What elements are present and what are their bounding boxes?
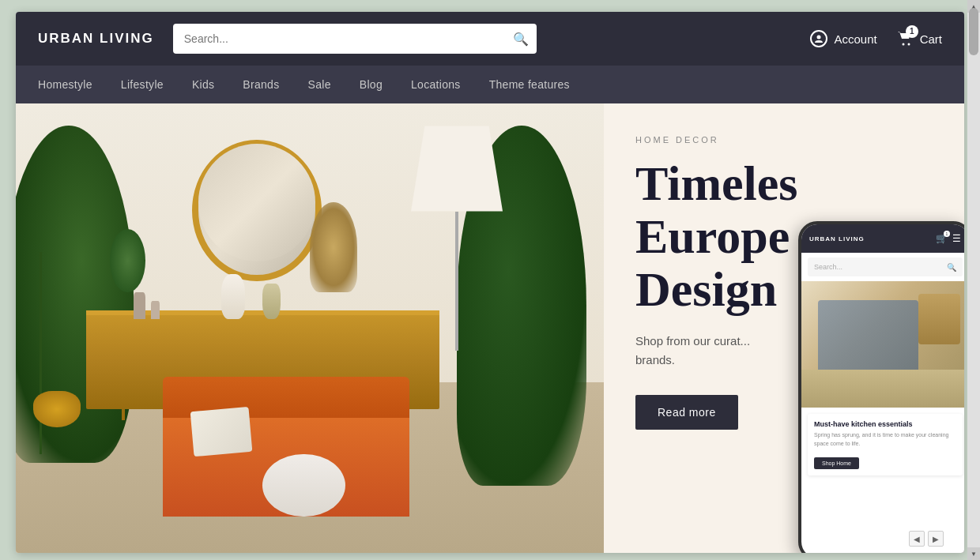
candle-2 <box>151 301 160 319</box>
sidebar-item-blog[interactable]: Blog <box>360 75 383 94</box>
coffee-machine <box>818 300 918 376</box>
pampas-grass <box>310 202 357 292</box>
nav-right: Account 1 Cart <box>810 30 942 48</box>
cart-count-badge: 1 <box>906 25 918 38</box>
golden-vase <box>33 391 81 427</box>
sidebar-item-sale[interactable]: Sale <box>308 75 331 94</box>
hero-image-left <box>16 103 604 553</box>
phone-cart-badge: 1 <box>944 231 950 237</box>
mirror-reflection <box>198 144 316 261</box>
scrollbar-track[interactable]: ▲ ▼ <box>967 0 980 560</box>
hero-subtitle: Shop from our curat...brands. <box>635 332 809 370</box>
svg-point-0 <box>817 36 821 39</box>
phone-hero-image <box>801 281 964 408</box>
cart-label: Cart <box>920 32 942 46</box>
hanging-plant <box>110 229 145 292</box>
sidebar-item-locations[interactable]: Locations <box>411 75 461 94</box>
phone-screen: URBAN LIVING 🛒 1 ☰ Search... 🔍 <box>801 224 964 553</box>
navbar: URBAN LIVING 🔍 Account <box>16 12 964 66</box>
hero-next-arrow[interactable]: ▶ <box>928 531 944 547</box>
phone-navbar: URBAN LIVING 🛒 1 ☰ <box>801 224 964 253</box>
phone-card-text: Spring has sprung, and it is time to mak… <box>814 431 956 448</box>
hero-eyebrow-label: HOME DECOR <box>635 135 936 145</box>
account-button[interactable]: Account <box>810 30 876 47</box>
browser-window: URBAN LIVING 🔍 Account <box>16 12 964 553</box>
phone-mockup: URBAN LIVING 🛒 1 ☰ Search... 🔍 <box>798 221 964 553</box>
subnav: Homestyle Lifestyle Kids Brands Sale Blo… <box>16 66 964 103</box>
hero-title-line3: Design <box>635 262 777 316</box>
sidebar-item-homestyle[interactable]: Homestyle <box>38 75 92 94</box>
phone-search-bar: Search... 🔍 <box>808 257 963 276</box>
sideboard-leg-left <box>122 409 125 420</box>
svg-point-2 <box>907 43 910 45</box>
cart-icon-wrap: 1 <box>896 30 914 48</box>
phone-hero-card: Must-have kitchen essentials Spring has … <box>808 414 963 475</box>
candle-1 <box>134 292 145 319</box>
phone-kitchen-bg <box>801 281 964 408</box>
phone-search-text: Search... <box>814 263 842 271</box>
phone-cart-icon: 🛒 1 <box>936 233 948 244</box>
hero-prev-arrow[interactable]: ◀ <box>909 531 925 547</box>
hero-right: HOME DECOR Timeles Europe Design Shop fr… <box>604 103 964 553</box>
read-more-button[interactable]: Read more <box>635 395 738 430</box>
svg-point-1 <box>902 43 904 45</box>
sidebar-item-brands[interactable]: Brands <box>243 75 279 94</box>
sofa-pillow <box>190 407 253 457</box>
lamp-shade <box>411 126 503 211</box>
ottoman <box>262 454 345 517</box>
account-icon <box>810 30 827 47</box>
vase-gold <box>262 284 280 320</box>
search-bar: 🔍 <box>173 24 537 54</box>
phone-logo: URBAN LIVING <box>809 235 865 242</box>
account-label: Account <box>834 32 876 46</box>
hero-section: HOME DECOR Timeles Europe Design Shop fr… <box>16 103 964 553</box>
phone-search-icon: 🔍 <box>947 263 956 272</box>
floor-lamp <box>439 126 475 351</box>
phone-shop-button[interactable]: Shop Home <box>814 457 859 469</box>
cart-button[interactable]: 1 Cart <box>896 30 942 48</box>
scroll-down-arrow[interactable]: ▼ <box>967 547 980 560</box>
vase-white <box>221 274 245 319</box>
sidebar-item-lifestyle[interactable]: Lifestyle <box>121 75 164 94</box>
hero-title-line2: Europe <box>635 209 790 263</box>
hero-title-line1: Timeles <box>635 156 798 210</box>
search-input[interactable] <box>173 24 537 54</box>
room-scene <box>16 103 604 553</box>
kitchen-counter <box>801 370 964 408</box>
search-icon[interactable]: 🔍 <box>513 32 529 47</box>
lamp-kitchen <box>918 294 960 344</box>
lamp-pole <box>455 212 458 351</box>
sidebar-item-theme-features[interactable]: Theme features <box>489 75 570 94</box>
plant-stem-left <box>40 252 42 454</box>
phone-card-title: Must-have kitchen essentials <box>814 420 956 428</box>
sidebar-item-kids[interactable]: Kids <box>192 75 214 94</box>
logo: URBAN LIVING <box>38 31 154 47</box>
phone-menu-icon: ☰ <box>952 233 961 244</box>
hero-scroll-controls: ◀ ▶ <box>909 531 944 547</box>
scrollbar-thumb[interactable] <box>969 8 978 55</box>
